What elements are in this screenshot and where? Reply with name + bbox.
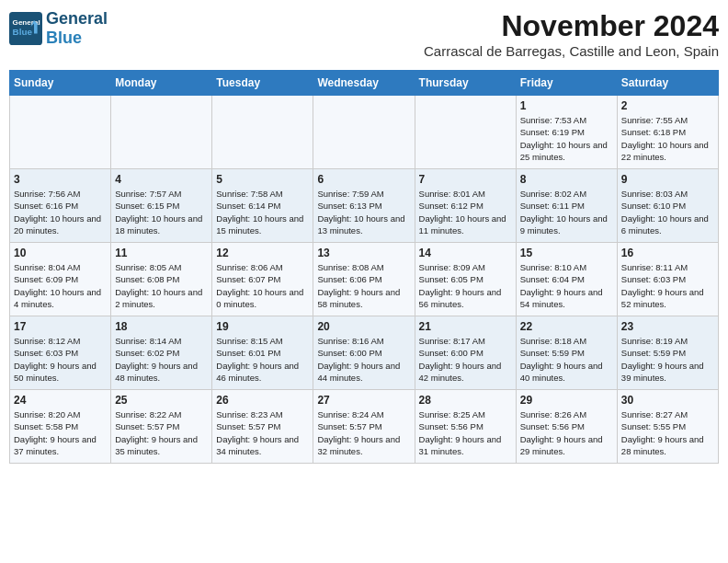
calendar-day-cell: 26Sunrise: 8:23 AM Sunset: 5:57 PM Dayli… bbox=[212, 390, 313, 464]
column-header-monday: Monday bbox=[111, 71, 212, 96]
day-number: 12 bbox=[216, 247, 309, 259]
day-info: Sunrise: 8:10 AM Sunset: 6:04 PM Dayligh… bbox=[520, 261, 613, 310]
day-number: 3 bbox=[14, 173, 107, 186]
day-number: 23 bbox=[621, 320, 714, 333]
calendar-week-row: 3Sunrise: 7:56 AM Sunset: 6:16 PM Daylig… bbox=[10, 169, 719, 243]
calendar-week-row: 24Sunrise: 8:20 AM Sunset: 5:58 PM Dayli… bbox=[10, 390, 719, 464]
column-header-wednesday: Wednesday bbox=[313, 71, 415, 96]
logo-icon: General Blue bbox=[9, 12, 42, 45]
day-info: Sunrise: 8:01 AM Sunset: 6:12 PM Dayligh… bbox=[419, 188, 512, 236]
day-number: 17 bbox=[14, 320, 107, 333]
day-number: 26 bbox=[216, 394, 309, 407]
calendar-day-cell: 25Sunrise: 8:22 AM Sunset: 5:57 PM Dayli… bbox=[111, 390, 212, 464]
day-info: Sunrise: 8:08 AM Sunset: 6:06 PM Dayligh… bbox=[317, 261, 410, 310]
calendar-day-cell: 1Sunrise: 7:53 AM Sunset: 6:19 PM Daylig… bbox=[516, 96, 617, 169]
day-number: 27 bbox=[317, 394, 410, 407]
day-info: Sunrise: 8:24 AM Sunset: 5:57 PM Dayligh… bbox=[317, 408, 410, 457]
day-info: Sunrise: 8:23 AM Sunset: 5:57 PM Dayligh… bbox=[216, 408, 309, 457]
column-header-saturday: Saturday bbox=[617, 71, 718, 96]
calendar-day-cell: 19Sunrise: 8:15 AM Sunset: 6:01 PM Dayli… bbox=[212, 316, 313, 390]
day-info: Sunrise: 8:02 AM Sunset: 6:11 PM Dayligh… bbox=[520, 188, 613, 236]
day-number: 2 bbox=[621, 99, 714, 112]
day-number: 14 bbox=[419, 247, 512, 259]
column-header-thursday: Thursday bbox=[415, 71, 516, 96]
calendar-day-cell: 4Sunrise: 7:57 AM Sunset: 6:15 PM Daylig… bbox=[111, 169, 212, 243]
day-number: 18 bbox=[115, 320, 208, 333]
day-info: Sunrise: 8:05 AM Sunset: 6:08 PM Dayligh… bbox=[115, 261, 208, 310]
calendar-day-cell: 2Sunrise: 7:55 AM Sunset: 6:18 PM Daylig… bbox=[617, 96, 718, 169]
calendar-day-cell: 8Sunrise: 8:02 AM Sunset: 6:11 PM Daylig… bbox=[516, 169, 617, 243]
calendar-week-row: 10Sunrise: 8:04 AM Sunset: 6:09 PM Dayli… bbox=[10, 243, 719, 316]
day-info: Sunrise: 8:18 AM Sunset: 5:59 PM Dayligh… bbox=[520, 335, 613, 384]
calendar-day-cell: 28Sunrise: 8:25 AM Sunset: 5:56 PM Dayli… bbox=[415, 390, 516, 464]
calendar-day-cell: 9Sunrise: 8:03 AM Sunset: 6:10 PM Daylig… bbox=[617, 169, 718, 243]
day-info: Sunrise: 8:04 AM Sunset: 6:09 PM Dayligh… bbox=[14, 261, 107, 310]
day-info: Sunrise: 7:57 AM Sunset: 6:15 PM Dayligh… bbox=[115, 188, 208, 236]
day-info: Sunrise: 8:03 AM Sunset: 6:10 PM Dayligh… bbox=[621, 188, 714, 236]
calendar-day-cell: 11Sunrise: 8:05 AM Sunset: 6:08 PM Dayli… bbox=[111, 243, 212, 316]
calendar-day-cell: 15Sunrise: 8:10 AM Sunset: 6:04 PM Dayli… bbox=[516, 243, 617, 316]
day-number: 13 bbox=[317, 247, 410, 259]
day-info: Sunrise: 8:26 AM Sunset: 5:56 PM Dayligh… bbox=[520, 408, 613, 457]
day-info: Sunrise: 8:19 AM Sunset: 5:59 PM Dayligh… bbox=[621, 335, 714, 384]
calendar-day-cell: 5Sunrise: 7:58 AM Sunset: 6:14 PM Daylig… bbox=[212, 169, 313, 243]
day-info: Sunrise: 8:16 AM Sunset: 6:00 PM Dayligh… bbox=[317, 335, 410, 384]
day-number: 1 bbox=[520, 99, 613, 112]
logo: General Blue General Blue bbox=[9, 9, 108, 48]
column-header-friday: Friday bbox=[516, 71, 617, 96]
calendar-day-cell: 17Sunrise: 8:12 AM Sunset: 6:03 PM Dayli… bbox=[10, 316, 111, 390]
day-info: Sunrise: 8:09 AM Sunset: 6:05 PM Dayligh… bbox=[419, 261, 512, 310]
calendar-day-cell: 7Sunrise: 8:01 AM Sunset: 6:12 PM Daylig… bbox=[415, 169, 516, 243]
day-info: Sunrise: 8:17 AM Sunset: 6:00 PM Dayligh… bbox=[419, 335, 512, 384]
calendar-week-row: 17Sunrise: 8:12 AM Sunset: 6:03 PM Dayli… bbox=[10, 316, 719, 390]
day-info: Sunrise: 8:15 AM Sunset: 6:01 PM Dayligh… bbox=[216, 335, 309, 384]
day-info: Sunrise: 8:14 AM Sunset: 6:02 PM Dayligh… bbox=[115, 335, 208, 384]
day-number: 25 bbox=[115, 394, 208, 407]
logo-general-text: General bbox=[46, 9, 108, 28]
day-info: Sunrise: 8:25 AM Sunset: 5:56 PM Dayligh… bbox=[419, 408, 512, 457]
calendar-day-cell: 18Sunrise: 8:14 AM Sunset: 6:02 PM Dayli… bbox=[111, 316, 212, 390]
month-title: November 2024 bbox=[424, 9, 719, 43]
column-header-tuesday: Tuesday bbox=[212, 71, 313, 96]
day-number: 28 bbox=[419, 394, 512, 407]
day-number: 8 bbox=[520, 173, 613, 186]
calendar-day-cell: 12Sunrise: 8:06 AM Sunset: 6:07 PM Dayli… bbox=[212, 243, 313, 316]
day-info: Sunrise: 7:55 AM Sunset: 6:18 PM Dayligh… bbox=[621, 114, 714, 163]
calendar-day-cell: 21Sunrise: 8:17 AM Sunset: 6:00 PM Dayli… bbox=[415, 316, 516, 390]
location-title: Carrascal de Barregas, Castille and Leon… bbox=[424, 43, 719, 59]
day-number: 5 bbox=[216, 173, 309, 186]
calendar-day-cell: 6Sunrise: 7:59 AM Sunset: 6:13 PM Daylig… bbox=[313, 169, 415, 243]
calendar-day-cell: 20Sunrise: 8:16 AM Sunset: 6:00 PM Dayli… bbox=[313, 316, 415, 390]
calendar-day-cell: 29Sunrise: 8:26 AM Sunset: 5:56 PM Dayli… bbox=[516, 390, 617, 464]
day-info: Sunrise: 7:53 AM Sunset: 6:19 PM Dayligh… bbox=[520, 114, 613, 163]
day-info: Sunrise: 7:59 AM Sunset: 6:13 PM Dayligh… bbox=[317, 188, 410, 236]
day-number: 7 bbox=[419, 173, 512, 186]
calendar-day-cell: 23Sunrise: 8:19 AM Sunset: 5:59 PM Dayli… bbox=[617, 316, 718, 390]
day-number: 6 bbox=[317, 173, 410, 186]
day-number: 22 bbox=[520, 320, 613, 333]
day-info: Sunrise: 8:27 AM Sunset: 5:55 PM Dayligh… bbox=[621, 408, 714, 457]
calendar-table: SundayMondayTuesdayWednesdayThursdayFrid… bbox=[9, 70, 719, 464]
day-info: Sunrise: 8:20 AM Sunset: 5:58 PM Dayligh… bbox=[14, 408, 107, 457]
calendar-day-cell: 30Sunrise: 8:27 AM Sunset: 5:55 PM Dayli… bbox=[617, 390, 718, 464]
day-number: 19 bbox=[216, 320, 309, 333]
calendar-day-cell: 24Sunrise: 8:20 AM Sunset: 5:58 PM Dayli… bbox=[10, 390, 111, 464]
day-number: 4 bbox=[115, 173, 208, 186]
calendar-week-row: 1Sunrise: 7:53 AM Sunset: 6:19 PM Daylig… bbox=[10, 96, 719, 169]
day-number: 15 bbox=[520, 247, 613, 259]
column-header-sunday: Sunday bbox=[10, 71, 111, 96]
day-info: Sunrise: 7:56 AM Sunset: 6:16 PM Dayligh… bbox=[14, 188, 107, 236]
calendar-day-cell bbox=[10, 96, 111, 169]
day-info: Sunrise: 8:06 AM Sunset: 6:07 PM Dayligh… bbox=[216, 261, 309, 310]
day-number: 9 bbox=[621, 173, 714, 186]
day-number: 11 bbox=[115, 247, 208, 259]
day-number: 24 bbox=[14, 394, 107, 407]
day-number: 30 bbox=[621, 394, 714, 407]
day-info: Sunrise: 7:58 AM Sunset: 6:14 PM Dayligh… bbox=[216, 188, 309, 236]
day-number: 16 bbox=[621, 247, 714, 259]
day-info: Sunrise: 8:12 AM Sunset: 6:03 PM Dayligh… bbox=[14, 335, 107, 384]
calendar-header-row: SundayMondayTuesdayWednesdayThursdayFrid… bbox=[10, 71, 719, 96]
calendar-day-cell: 27Sunrise: 8:24 AM Sunset: 5:57 PM Dayli… bbox=[313, 390, 415, 464]
day-info: Sunrise: 8:11 AM Sunset: 6:03 PM Dayligh… bbox=[621, 261, 714, 310]
header: General Blue General Blue November 2024 … bbox=[9, 9, 719, 66]
